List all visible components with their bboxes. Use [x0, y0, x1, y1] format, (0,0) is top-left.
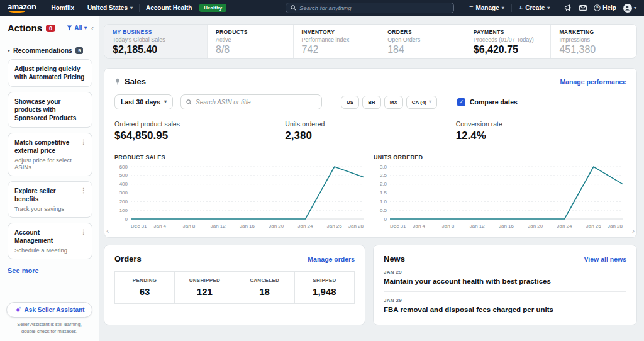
recommendation-card[interactable]: Account Management Schedule a Meeting ⋮: [8, 223, 92, 259]
announcements-button[interactable]: [564, 4, 572, 11]
kpi-value: 184: [387, 44, 457, 55]
manage-menu[interactable]: ≡ Manage ▾: [469, 4, 504, 11]
asin-search-input[interactable]: [196, 99, 316, 106]
kpi-label: MARKETING: [559, 29, 628, 35]
kpi-inventory[interactable]: INVENTORY Performance index 742: [293, 25, 379, 58]
marketplace-switcher[interactable]: United States ▾: [87, 4, 133, 11]
kpi-products[interactable]: PRODUCTS Active 8/8: [207, 25, 293, 58]
manage-orders-link[interactable]: Manage orders: [308, 255, 355, 263]
kpi-marketing[interactable]: MARKETING Impressions 451,380: [550, 25, 636, 58]
date-range-dropdown[interactable]: Last 30 days ▾: [114, 94, 173, 109]
kebab-menu-icon[interactable]: ⋮: [80, 187, 87, 212]
caret-down-icon: ▾: [429, 99, 431, 104]
news-item[interactable]: JAN 29 Maintain your account health with…: [384, 264, 626, 292]
create-menu[interactable]: + Create ▾: [519, 4, 550, 11]
recommendation-card[interactable]: Match competitive external price Adjust …: [8, 133, 92, 176]
messages-button[interactable]: [579, 5, 587, 11]
chevron-left-icon[interactable]: ‹: [106, 226, 109, 235]
person-icon: [625, 5, 630, 11]
menu-icon: ≡: [469, 4, 473, 11]
svg-text:Jan 8: Jan 8: [183, 223, 196, 229]
help-menu[interactable]: ? Help: [594, 4, 616, 11]
manage-performance-link[interactable]: Manage performance: [560, 78, 626, 86]
orders-stat-canceled[interactable]: CANCELED 18: [235, 272, 294, 303]
compare-dates-checkbox[interactable]: ✓: [457, 98, 465, 106]
marketplace-ca-dropdown[interactable]: CA (4) ▾: [406, 96, 437, 109]
global-search[interactable]: [286, 3, 454, 13]
sales-card: Sales Manage performance Last 30 days ▾ …: [104, 68, 637, 238]
kpi-value: 451,380: [559, 44, 628, 55]
marketplace-br-button[interactable]: BR: [362, 96, 381, 109]
recommendations-section-toggle[interactable]: ▾ Recommendations 9: [0, 40, 99, 59]
orders-stat-pending[interactable]: PENDING 63: [115, 272, 174, 303]
filter-icon: [67, 25, 72, 31]
caret-down-icon: ▾: [130, 6, 133, 11]
kpi-value: $6,420.75: [474, 44, 543, 55]
kpi-sublabel: Performance index: [302, 36, 371, 43]
kpi-sublabel: Today's Global Sales: [113, 36, 199, 43]
pin-icon[interactable]: [114, 78, 121, 85]
news-item[interactable]: JAN 29 FBA removal and disposal fees cha…: [384, 292, 626, 320]
account-menu[interactable]: ▾: [623, 4, 636, 13]
kebab-menu-icon[interactable]: ⋮: [80, 228, 87, 254]
marketplace-mx-button[interactable]: MX: [384, 96, 403, 109]
news-item-title: Maintain your account health with best p…: [384, 277, 626, 285]
kpi-sublabel: Active: [216, 36, 285, 43]
kebab-menu-icon[interactable]: ⋮: [80, 138, 87, 170]
svg-text:Jan 20: Jan 20: [528, 223, 543, 229]
svg-text:Jan 26: Jan 26: [586, 223, 602, 229]
recommendation-card[interactable]: Explore seller benefits Track your savin…: [8, 181, 92, 218]
store-name[interactable]: Homflix: [51, 4, 74, 11]
nav-divider: [557, 4, 557, 12]
health-status-badge[interactable]: Healthy: [199, 4, 226, 12]
news-date: JAN 29: [384, 269, 626, 275]
main-content: MY BUSINESS Today's Global Sales $2,185.…: [99, 16, 644, 341]
stat-label: PENDING: [115, 277, 174, 283]
recommendation-card[interactable]: Adjust pricing quickly with Automated Pr…: [8, 59, 92, 87]
ask-seller-assistant-button[interactable]: Ask Seller Assistant: [6, 302, 92, 318]
kpi-payments[interactable]: PAYMENTS Proceeds (01/07-Today) $6,420.7…: [465, 25, 551, 58]
amazon-logo[interactable]: amazon: [8, 3, 36, 13]
recommendations-count-badge: 9: [75, 47, 83, 54]
card-subtitle: Adjust price for select ASINs: [14, 157, 78, 170]
orders-title: Orders: [114, 254, 142, 264]
svg-text:3.0: 3.0: [380, 164, 387, 170]
orders-card: Orders Manage orders PENDING 63 UNSHIPPE…: [104, 245, 365, 325]
actions-filter[interactable]: All ▾: [67, 25, 87, 31]
chevron-right-icon[interactable]: ›: [632, 226, 635, 235]
seller-assistant-area: Ask Seller Assistant Seller Assistant is…: [0, 297, 99, 341]
marketplace-us-button[interactable]: US: [341, 96, 359, 109]
sales-title: Sales: [125, 77, 146, 86]
sales-filters: Last 30 days ▾ US BR MX CA (4): [114, 94, 626, 109]
stat-value: 1,948: [295, 286, 354, 297]
search-input[interactable]: [299, 4, 449, 11]
news-date: JAN 29: [384, 298, 626, 303]
asin-search[interactable]: [180, 94, 322, 109]
kpi-my-business[interactable]: MY BUSINESS Today's Global Sales $2,185.…: [104, 25, 207, 58]
metric-label: Ordered product sales: [114, 120, 285, 128]
card-subtitle: Track your savings: [14, 205, 78, 212]
svg-text:200: 200: [119, 199, 128, 204]
view-all-news-link[interactable]: View all news: [584, 255, 626, 263]
nav-right-group: ≡ Manage ▾ + Create ▾ ?: [469, 4, 636, 13]
svg-text:Jan 12: Jan 12: [470, 223, 486, 229]
svg-text:1.0: 1.0: [380, 199, 387, 204]
kpi-orders[interactable]: ORDERS Open Orders 184: [379, 25, 465, 58]
account-health-link[interactable]: Account Health: [146, 4, 192, 11]
actions-sidebar: Actions 0 All ▾ ‹ ▾ Recommendations 9 Ad…: [0, 16, 99, 341]
svg-text:500: 500: [119, 172, 128, 178]
svg-text:Jan 8: Jan 8: [442, 223, 455, 229]
recommendation-card[interactable]: Showcase your products with Sponsored Pr…: [8, 92, 92, 128]
svg-text:1.5: 1.5: [380, 190, 387, 196]
svg-text:Jan 28: Jan 28: [608, 223, 623, 229]
see-more-link[interactable]: See more: [8, 267, 91, 274]
kpi-sublabel: Impressions: [559, 36, 628, 43]
orders-stat-shipped[interactable]: SHIPPED 1,948: [294, 272, 354, 303]
metric-value: 12.4%: [456, 130, 626, 142]
orders-stats-table: PENDING 63 UNSHIPPED 121 CANCELED 18 SHI…: [114, 271, 355, 304]
sales-charts: PRODUCT SALES 6005004003002001000Dec 31J…: [114, 154, 626, 232]
sidebar-collapse-button[interactable]: ‹: [91, 24, 94, 33]
compare-dates-toggle[interactable]: ✓ Compare dates: [457, 98, 518, 106]
metric-value: 2,380: [285, 130, 455, 142]
orders-stat-unshipped[interactable]: UNSHIPPED 121: [174, 272, 234, 303]
